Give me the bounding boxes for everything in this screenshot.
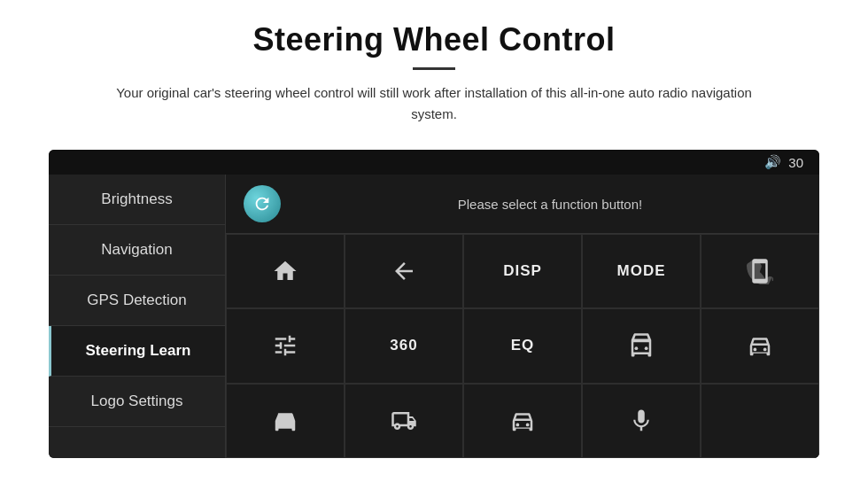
page-title: Steering Wheel Control bbox=[53, 21, 815, 58]
function-grid: DISP MODE 360 EQ bbox=[226, 234, 819, 458]
eq-button[interactable]: EQ bbox=[463, 308, 582, 383]
no-call-button[interactable] bbox=[701, 234, 819, 308]
volume-icon: 🔊 bbox=[764, 154, 781, 170]
back-button[interactable] bbox=[345, 234, 463, 308]
device-body: Brightness Navigation GPS Detection Stee… bbox=[49, 175, 819, 458]
main-panel: Please select a function button! DISP MO… bbox=[226, 175, 819, 458]
360-button[interactable]: 360 bbox=[345, 308, 463, 383]
page-subtitle: Your original car's steering wheel contr… bbox=[97, 82, 771, 125]
sidebar-item-steering-learn[interactable]: Steering Learn bbox=[49, 326, 225, 377]
title-divider bbox=[413, 67, 455, 70]
home-button[interactable] bbox=[226, 234, 345, 308]
mode-button[interactable]: MODE bbox=[582, 234, 701, 308]
page-header: Steering Wheel Control Your original car… bbox=[0, 0, 868, 134]
device-container: 🔊 30 Brightness Navigation GPS Detection… bbox=[49, 150, 819, 458]
svg-point-4 bbox=[516, 423, 520, 426]
volume-value: 30 bbox=[788, 155, 803, 170]
svg-point-1 bbox=[645, 347, 648, 351]
sidebar-item-navigation[interactable]: Navigation bbox=[49, 225, 225, 276]
car-right-button[interactable] bbox=[463, 384, 582, 458]
mic-button[interactable] bbox=[582, 384, 701, 458]
car-left-button[interactable] bbox=[345, 384, 463, 458]
svg-point-0 bbox=[635, 347, 639, 351]
device-topbar: 🔊 30 bbox=[49, 150, 819, 175]
disp-button[interactable]: DISP bbox=[463, 234, 582, 308]
svg-point-2 bbox=[754, 348, 757, 352]
sidebar-item-brightness[interactable]: Brightness bbox=[49, 175, 225, 225]
top-row: Please select a function button! bbox=[226, 175, 819, 234]
sidebar-item-gps-detection[interactable]: GPS Detection bbox=[49, 276, 225, 326]
camera-back-button[interactable] bbox=[701, 308, 819, 383]
svg-point-3 bbox=[763, 348, 767, 352]
tune-button[interactable] bbox=[226, 308, 345, 383]
svg-point-5 bbox=[526, 423, 530, 426]
sync-icon[interactable] bbox=[244, 185, 281, 222]
empty-cell-5 bbox=[701, 384, 819, 458]
car-top-button[interactable] bbox=[226, 384, 345, 458]
sidebar: Brightness Navigation GPS Detection Stee… bbox=[49, 175, 226, 458]
status-text: Please select a function button! bbox=[298, 197, 802, 212]
sidebar-item-logo-settings[interactable]: Logo Settings bbox=[49, 377, 225, 427]
camera-front-button[interactable] bbox=[582, 308, 701, 383]
